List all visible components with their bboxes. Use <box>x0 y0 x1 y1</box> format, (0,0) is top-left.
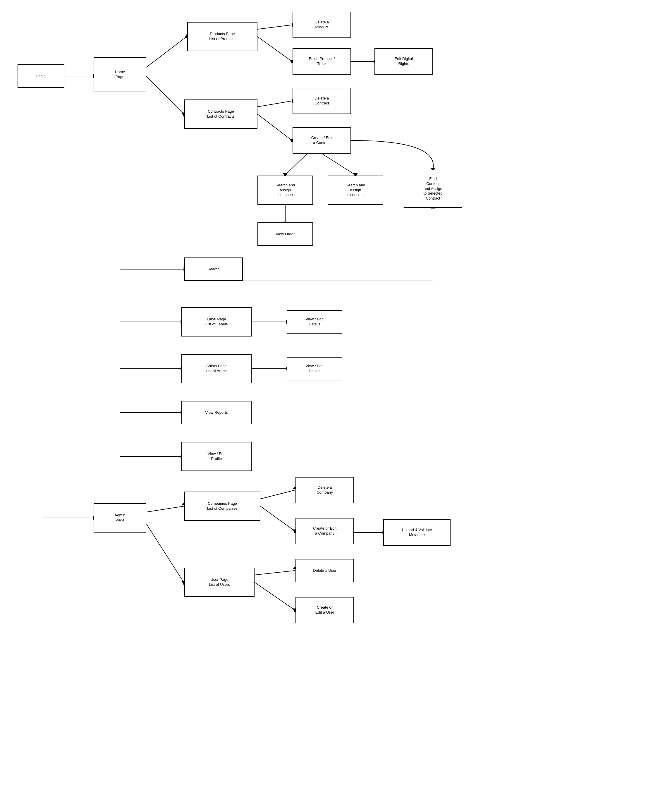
flowchart-diagram: Login HomePage Products PageList of Prod… <box>0 0 672 807</box>
find-content-node: FindContentand Assignto SelectedContract <box>404 170 462 208</box>
login-node: Login <box>18 65 65 88</box>
arrows-layer <box>0 0 672 807</box>
view-edit-profile-node: View / EditProfile <box>181 442 252 471</box>
svg-line-2 <box>146 37 187 67</box>
admin-page-node: AdminPage <box>94 503 146 533</box>
svg-line-21 <box>257 25 292 29</box>
companies-page-node: Companies PageList of Companies <box>184 492 261 521</box>
search-assign-licensee-node: Search andAssignLicensee <box>257 176 313 205</box>
contracts-page-node: Contracts PageList of Contracts <box>184 100 257 129</box>
svg-line-23 <box>257 37 292 61</box>
user-page-node: User PageList of Users <box>184 568 254 597</box>
search-assign-licensors-node: Search andAssignLicensors <box>328 176 383 205</box>
view-order-node: View Order <box>257 223 313 246</box>
delete-company-node: Delete aCompany <box>295 477 354 503</box>
delete-product-node: Delete aProduct <box>292 12 351 38</box>
svg-line-52 <box>261 490 295 499</box>
view-reports-node: View Reports <box>181 401 252 424</box>
svg-line-50 <box>146 524 184 582</box>
edit-product-node: Edit a Product /Track <box>292 48 351 75</box>
svg-line-4 <box>146 76 184 114</box>
edit-digital-rights-node: Edit DigitalRights <box>375 48 433 75</box>
svg-line-58 <box>254 571 295 575</box>
svg-line-60 <box>254 582 295 610</box>
artists-view-edit-node: View / EditDetails <box>287 357 342 380</box>
delete-contract-node: Delete aContract <box>292 88 351 114</box>
homepage-node: HomePage <box>94 57 146 92</box>
svg-line-48 <box>146 506 184 512</box>
create-edit-contract-node: Create / Edita Contract <box>292 127 351 154</box>
svg-line-33 <box>322 154 355 175</box>
svg-line-29 <box>257 114 292 140</box>
upload-validate-node: Upload & ValidateMetadate <box>383 520 451 546</box>
artists-page-node: Artists PageList of Artists <box>181 354 252 383</box>
label-page-node: Label PageList of Labels <box>181 307 252 337</box>
svg-line-54 <box>261 506 295 531</box>
delete-user-node: Delete a User <box>295 559 354 582</box>
svg-line-27 <box>257 101 292 107</box>
create-edit-company-node: Create or Edita Company <box>295 518 354 544</box>
search-node: Search <box>184 257 243 281</box>
svg-line-31 <box>285 154 307 175</box>
label-view-edit-node: View / EditDetails <box>287 310 342 334</box>
create-edit-user-node: Create orEdit a User <box>295 597 354 623</box>
products-page-node: Products PageList of Products <box>187 22 257 51</box>
